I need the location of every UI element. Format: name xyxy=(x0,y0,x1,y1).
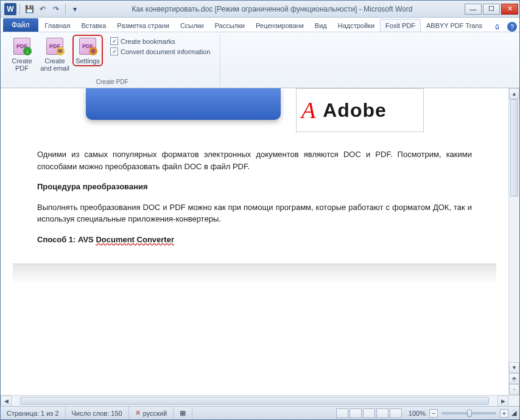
adobe-text: Adobe xyxy=(315,99,387,122)
checkbox-icon: ✓ xyxy=(110,37,118,45)
zoom-slider[interactable] xyxy=(441,412,496,415)
redo-icon[interactable]: ↷ xyxy=(50,3,62,15)
bookmarks-label: Create bookmarks xyxy=(121,38,175,45)
word-icon[interactable]: W xyxy=(4,3,16,15)
print-layout-view[interactable] xyxy=(336,408,348,418)
document-area: A Adobe Одними из самых популярных форма… xyxy=(1,88,519,406)
tab-view[interactable]: Вид xyxy=(309,19,332,32)
scroll-thumb[interactable] xyxy=(510,99,518,197)
pdf-email-icon: PDF✉ xyxy=(45,37,65,56)
scroll-down-icon[interactable]: ▼ xyxy=(509,362,519,373)
tab-mailings[interactable]: Рассылки xyxy=(209,19,250,32)
help-icon[interactable]: ? xyxy=(507,22,517,32)
tab-foxit-pdf[interactable]: Foxit PDF xyxy=(380,19,421,32)
heading-procedure[interactable]: Процедура преобразования xyxy=(37,181,472,193)
window-title: Как конвертировать.doc [Режим ограниченн… xyxy=(81,5,463,13)
zoom-in-button[interactable]: + xyxy=(500,409,508,418)
create-pdf-label: Create PDF xyxy=(10,57,34,72)
convert-docinfo-checkbox[interactable]: ✓ Convert document information xyxy=(107,46,214,57)
docinfo-label: Convert document information xyxy=(121,48,210,55)
settings-label: Settings xyxy=(76,57,100,65)
scroll-right-icon[interactable]: ▶ xyxy=(497,396,508,407)
prev-page-icon[interactable]: ⬘ xyxy=(509,373,519,384)
file-tab[interactable]: Файл xyxy=(3,18,38,32)
window-controls: — ☐ ✕ xyxy=(463,4,518,15)
draft-view[interactable] xyxy=(390,408,402,418)
web-layout-view[interactable] xyxy=(363,408,375,418)
pdf-settings-icon: PDF⚙ xyxy=(78,37,97,56)
outline-view[interactable] xyxy=(376,408,388,418)
tab-addins[interactable]: Надстройки xyxy=(332,19,380,32)
heading-method-1[interactable]: Способ 1: AVS Document Converter xyxy=(37,234,472,246)
tab-review[interactable]: Рецензировани xyxy=(250,19,309,32)
adobe-logo: A Adobe xyxy=(296,88,424,132)
adobe-a-glyph: A xyxy=(297,97,315,124)
tab-page-layout[interactable]: Разметка страни xyxy=(111,19,175,32)
create-and-email-button[interactable]: PDF✉ Create and email xyxy=(37,35,72,74)
status-word-count[interactable]: Число слов: 150 xyxy=(66,407,129,419)
fullscreen-view[interactable] xyxy=(350,408,362,418)
paragraph-1[interactable]: Одними из самых популярных форматов элек… xyxy=(37,149,472,172)
scroll-track[interactable] xyxy=(509,99,519,362)
checkbox-icon: ✓ xyxy=(110,47,118,55)
spellcheck-icon: ✕ xyxy=(135,409,141,417)
close-button[interactable]: ✕ xyxy=(501,4,518,15)
resize-grip-icon[interactable]: ◢ xyxy=(508,409,519,417)
ribbon-group-label: Create PDF xyxy=(7,77,217,86)
ribbon-group-create-pdf: PDF↓ Create PDF PDF✉ Create and email PD… xyxy=(4,35,220,86)
zoom-level[interactable]: 100% xyxy=(405,410,429,417)
heading2-prefix: Способ 1: AVS xyxy=(37,235,96,244)
scroll-left-icon[interactable]: ◀ xyxy=(1,396,12,407)
status-language[interactable]: ✕ русский xyxy=(129,407,174,419)
tab-references[interactable]: Ссылки xyxy=(175,19,209,32)
h-scroll-thumb[interactable] xyxy=(20,397,489,405)
ribbon: PDF↓ Create PDF PDF✉ Create and email PD… xyxy=(1,32,519,88)
document-page[interactable]: A Adobe Одними из самых популярных форма… xyxy=(13,88,496,296)
titlebar: W 💾 ↶ ↷ ▾ Как конвертировать.doc [Режим … xyxy=(1,1,519,18)
save-icon[interactable]: 💾 xyxy=(23,3,35,15)
language-label: русский xyxy=(143,410,167,417)
create-pdf-button[interactable]: PDF↓ Create PDF xyxy=(7,35,37,74)
quick-access-toolbar: W 💾 ↶ ↷ ▾ xyxy=(1,3,81,15)
tab-insert[interactable]: Вставка xyxy=(76,19,111,32)
create-bookmarks-checkbox[interactable]: ✓ Create bookmarks xyxy=(107,36,214,46)
heading2-underlined: Document Converter xyxy=(96,235,174,244)
qat-customize-icon[interactable]: ▾ xyxy=(69,3,81,15)
settings-button[interactable]: PDF⚙ Settings xyxy=(72,35,103,66)
tab-home[interactable]: Главная xyxy=(40,19,76,32)
paragraph-2[interactable]: Выполнять преобразования DOC и PDF можно… xyxy=(37,201,472,225)
undo-icon[interactable]: ↶ xyxy=(37,3,49,15)
page-break xyxy=(13,264,496,284)
blue-banner-shape xyxy=(86,88,281,120)
zoom-out-button[interactable]: − xyxy=(429,409,438,418)
ribbon-tabs: Файл Главная Вставка Разметка страни Ссы… xyxy=(1,18,519,32)
tab-abbyy[interactable]: ABBYY PDF Trans xyxy=(421,19,488,32)
document-scroll[interactable]: A Adobe Одними из самых популярных форма… xyxy=(1,88,508,406)
pdf-icon: PDF↓ xyxy=(12,37,32,56)
browse-object-icon[interactable]: ◦ xyxy=(509,384,519,395)
zoom-slider-thumb[interactable] xyxy=(467,410,472,417)
scroll-up-icon[interactable]: ▲ xyxy=(509,88,519,99)
minimize-ribbon-icon[interactable]: ۵ xyxy=(491,21,502,32)
maximize-button[interactable]: ☐ xyxy=(483,4,500,15)
vertical-scrollbar[interactable]: ▲ ▼ ⬘ ◦ ⬙ xyxy=(508,88,519,406)
horizontal-scrollbar[interactable]: ◀ ▶ xyxy=(1,395,519,406)
status-macro[interactable]: ▦ xyxy=(174,407,192,419)
status-bar: Страница: 1 из 2 Число слов: 150 ✕ русск… xyxy=(1,406,519,419)
logo-area: A Adobe xyxy=(37,88,472,140)
create-email-label: Create and email xyxy=(40,57,69,72)
minimize-button[interactable]: — xyxy=(465,4,482,15)
status-page[interactable]: Страница: 1 из 2 xyxy=(1,407,66,419)
macro-icon: ▦ xyxy=(180,409,186,417)
